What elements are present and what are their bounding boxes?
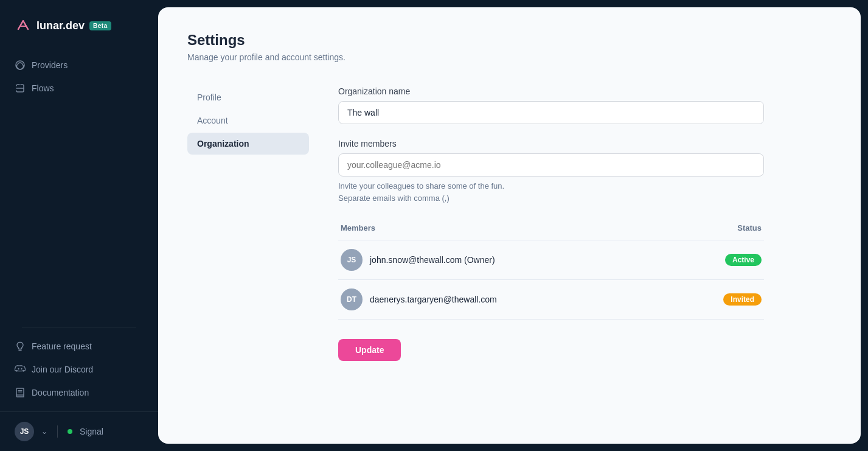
org-name-group: Organization name [338, 86, 764, 124]
sidebar-item-providers[interactable]: Providers [7, 54, 151, 77]
settings-layout: Profile Account Organization Organizatio… [187, 86, 832, 361]
invite-hint: Invite your colleagues to share some of … [338, 180, 764, 204]
members-header: Members Status [338, 219, 764, 240]
invite-label: Invite members [338, 139, 764, 149]
settings-nav: Profile Account Organization [187, 86, 309, 361]
feature-request-label: Feature request [32, 341, 92, 351]
invite-input[interactable] [338, 153, 764, 177]
member-left-1: JS john.snow@thewall.com (Owner) [341, 249, 495, 271]
org-name-input[interactable] [338, 101, 764, 124]
member-email-2: daenerys.targaryen@thewall.com [370, 295, 497, 304]
sidebar-item-feature-request[interactable]: Feature request [7, 335, 151, 358]
status-badge: Active [725, 254, 762, 266]
tab-account[interactable]: Account [187, 110, 309, 131]
member-left-2: DT daenerys.targaryen@thewall.com [341, 288, 497, 310]
logo-icon [15, 17, 32, 34]
providers-label: Providers [32, 60, 68, 70]
status-indicator [68, 429, 72, 434]
logo-area: lunar.dev Beta [0, 0, 158, 49]
sidebar-divider [22, 327, 136, 327]
sidebar: lunar.dev Beta Providers Flows [0, 0, 158, 451]
settings-content: Organization name Invite members Invite … [338, 86, 764, 361]
status-col-header: Status [737, 223, 762, 232]
page-title: Settings [187, 32, 832, 49]
avatar: JS [341, 249, 363, 271]
beta-badge: Beta [89, 21, 111, 30]
main-content: Settings Manage your profile and account… [158, 7, 861, 444]
book-icon [15, 387, 26, 398]
svg-point-1 [18, 368, 19, 369]
sidebar-item-documentation[interactable]: Documentation [7, 381, 151, 404]
table-row: JS john.snow@thewall.com (Owner) Active [338, 240, 764, 280]
members-section: Members Status JS john.snow@thewall.com … [338, 219, 764, 320]
table-row: DT daenerys.targaryen@thewall.com Invite… [338, 280, 764, 320]
flows-label: Flows [32, 83, 54, 93]
lightbulb-icon [15, 341, 26, 352]
flows-icon [15, 83, 26, 94]
tab-organization[interactable]: Organization [187, 133, 309, 155]
page-subtitle: Manage your profile and account settings… [187, 52, 832, 62]
discord-label: Join our Discord [32, 365, 93, 374]
invite-group: Invite members Invite your colleagues to… [338, 139, 764, 204]
sidebar-item-flows[interactable]: Flows [7, 77, 151, 100]
members-col-header: Members [341, 223, 375, 232]
svg-point-2 [21, 368, 22, 369]
org-name-label: Organization name [338, 86, 764, 96]
member-email-1: john.snow@thewall.com (Owner) [370, 255, 495, 265]
update-button[interactable]: Update [338, 339, 401, 361]
status-badge: Invited [723, 293, 762, 306]
discord-icon [15, 364, 26, 375]
sidebar-footer: JS ⌄ Signal [0, 411, 158, 451]
chevron-down-icon[interactable]: ⌄ [41, 427, 47, 436]
footer-divider [57, 425, 58, 438]
status-label: Signal [80, 427, 103, 436]
avatar: DT [341, 288, 363, 310]
documentation-label: Documentation [32, 388, 89, 397]
sidebar-nav: Providers Flows [0, 49, 158, 312]
app-name: lunar.dev [36, 19, 85, 32]
providers-icon [15, 60, 26, 71]
sidebar-bottom: Feature request Join our Discord Documen… [0, 312, 158, 404]
sidebar-item-discord[interactable]: Join our Discord [7, 358, 151, 381]
user-avatar[interactable]: JS [15, 422, 34, 441]
tab-profile[interactable]: Profile [187, 86, 309, 108]
